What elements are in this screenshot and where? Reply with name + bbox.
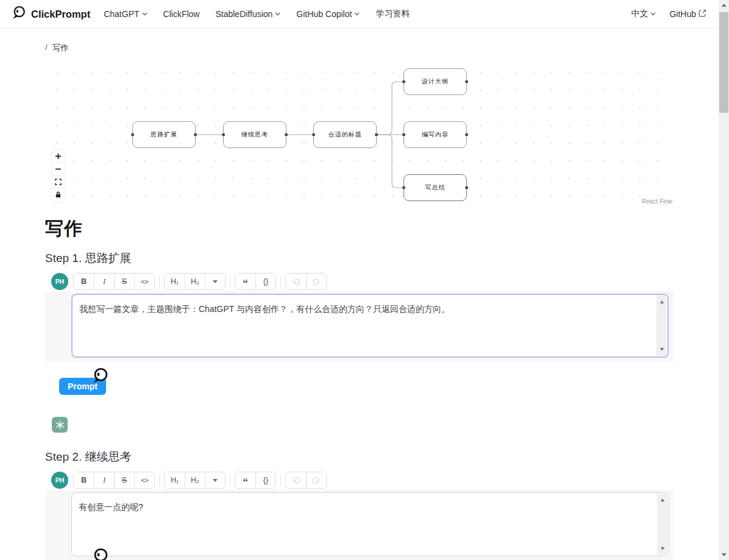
flow-controls <box>52 150 65 201</box>
breadcrumb-current[interactable]: 写作 <box>52 43 69 54</box>
h2-button[interactable]: H₂ <box>185 472 205 488</box>
lock-button[interactable] <box>52 188 65 201</box>
nav-item-chatgpt[interactable]: ChatGPT <box>104 9 147 19</box>
step1-prompt-row: Prompt <box>45 367 674 399</box>
nav-item-clickflow[interactable]: ClickFlow <box>163 9 200 19</box>
strikethrough-button[interactable]: S <box>114 472 134 488</box>
step2-editor-block: PH B I S <> H₁ H₂ “ {} <box>45 470 674 560</box>
scroll-up-arrow-icon[interactable] <box>656 297 667 307</box>
brand-name: ClickPrompt <box>31 9 90 20</box>
blockquote-button[interactable]: “ <box>235 274 255 289</box>
scroll-down-arrow-icon[interactable] <box>657 544 667 554</box>
chevron-down-icon <box>275 12 280 16</box>
react-flow-canvas[interactable]: 思路扩展 继续思考 合适的标题 设计大纲 编写内容 写总结 React Flow <box>45 60 674 208</box>
code-block-button[interactable]: {} <box>255 472 276 488</box>
step1-editor-block: PH B I S <> H₁ H₂ “ {} <box>45 272 674 362</box>
code-block-button[interactable]: {} <box>255 274 276 289</box>
h1-button[interactable]: H₁ <box>165 472 185 488</box>
italic-button[interactable]: I <box>94 472 114 488</box>
flow-node-suitable-title[interactable]: 合适的标题 <box>313 121 377 148</box>
scroll-down-arrow-icon[interactable] <box>719 550 729 560</box>
h1-button[interactable]: H₁ <box>165 274 185 289</box>
code-button[interactable]: <> <box>134 472 154 488</box>
breadcrumb: / 写作 <box>45 43 674 54</box>
openai-icon <box>52 417 68 433</box>
scrollbar-thumb[interactable] <box>719 12 728 113</box>
breadcrumb-separator: / <box>45 43 48 54</box>
react-flow-attribution[interactable]: React Flow <box>642 198 672 205</box>
flow-node-expand-ideas[interactable]: 思路扩展 <box>132 121 196 148</box>
step2-prompt-input[interactable]: 有创意一点的呢? <box>72 493 656 556</box>
textarea-scrollbar[interactable] <box>656 296 667 356</box>
undo-icon <box>292 278 300 286</box>
redo-button[interactable] <box>306 274 326 289</box>
italic-button[interactable]: I <box>94 274 114 289</box>
h2-button[interactable]: H₂ <box>185 274 205 289</box>
textarea-scrollbar[interactable] <box>657 494 667 555</box>
bold-button[interactable]: B <box>74 472 94 488</box>
undo-icon <box>292 477 300 484</box>
scroll-down-arrow-icon[interactable] <box>656 344 667 355</box>
nav-item-github-copilot[interactable]: GitHub Copilot <box>296 9 360 19</box>
github-link[interactable]: GitHub <box>669 9 706 19</box>
blockquote-button[interactable]: “ <box>235 472 255 488</box>
step2-heading: Step 2. 继续思考 <box>45 449 674 465</box>
step1-prompt-input[interactable]: 我想写一篇文章，主题围绕于：ChatGPT 与内容创作？，有什么合适的方向？只返… <box>73 295 656 356</box>
clickprompt-logo-icon <box>11 5 27 23</box>
language-switcher[interactable]: 中文 <box>631 9 656 19</box>
user-avatar: PH <box>51 273 68 290</box>
step1-heading: Step 1. 思路扩展 <box>45 250 674 266</box>
top-navbar: ClickPrompt ChatGPT ClickFlow StableDiff… <box>0 0 719 29</box>
step2-editor-toolbar: PH B I S <> H₁ H₂ “ {} <box>45 470 674 490</box>
chevron-down-icon <box>142 12 148 16</box>
flow-node-design-outline[interactable]: 设计大纲 <box>404 68 467 95</box>
zoom-in-button[interactable] <box>52 150 65 163</box>
clickprompt-logo-icon <box>90 367 110 389</box>
step2-textarea-wrap: 有创意一点的呢? <box>71 492 669 556</box>
clickprompt-logo-icon <box>90 547 110 560</box>
heading-dropdown-button[interactable] <box>205 472 225 488</box>
scroll-up-arrow-icon[interactable] <box>719 0 729 10</box>
page-scrollbar[interactable] <box>719 0 729 560</box>
nav-item-stablediffusion[interactable]: StableDiffusion <box>215 9 280 19</box>
undo-button[interactable] <box>286 472 306 488</box>
redo-button[interactable] <box>306 472 326 488</box>
flow-node-keep-thinking[interactable]: 继续思考 <box>223 121 286 148</box>
redo-icon <box>312 477 321 484</box>
undo-button[interactable] <box>286 274 306 289</box>
strikethrough-button[interactable]: S <box>114 274 134 289</box>
bold-button[interactable]: B <box>74 274 94 289</box>
fit-view-button[interactable] <box>52 175 65 188</box>
flow-node-write-summary[interactable]: 写总结 <box>404 174 467 201</box>
external-link-icon <box>699 9 706 19</box>
chevron-down-icon <box>354 12 360 16</box>
zoom-out-button[interactable] <box>52 163 65 175</box>
code-button[interactable]: <> <box>134 274 154 289</box>
scroll-up-arrow-icon[interactable] <box>657 495 667 505</box>
chevron-down-icon <box>650 12 656 16</box>
caret-down-icon <box>213 280 218 283</box>
redo-icon <box>312 278 321 286</box>
user-avatar: PH <box>51 472 68 489</box>
step1-response-row <box>45 417 674 433</box>
nav-item-learning-materials[interactable]: 学习资料 <box>375 9 410 19</box>
heading-dropdown-button[interactable] <box>205 274 225 289</box>
caret-down-icon <box>213 479 218 482</box>
page-title: 写作 <box>45 216 674 241</box>
flow-node-write-content[interactable]: 编写内容 <box>404 121 467 148</box>
step1-textarea-wrap: 我想写一篇文章，主题围绕于：ChatGPT 与内容创作？，有什么合适的方向？只返… <box>71 294 669 358</box>
brand-logo-link[interactable]: ClickPrompt <box>11 5 90 23</box>
step1-editor-toolbar: PH B I S <> H₁ H₂ “ {} <box>45 272 674 291</box>
